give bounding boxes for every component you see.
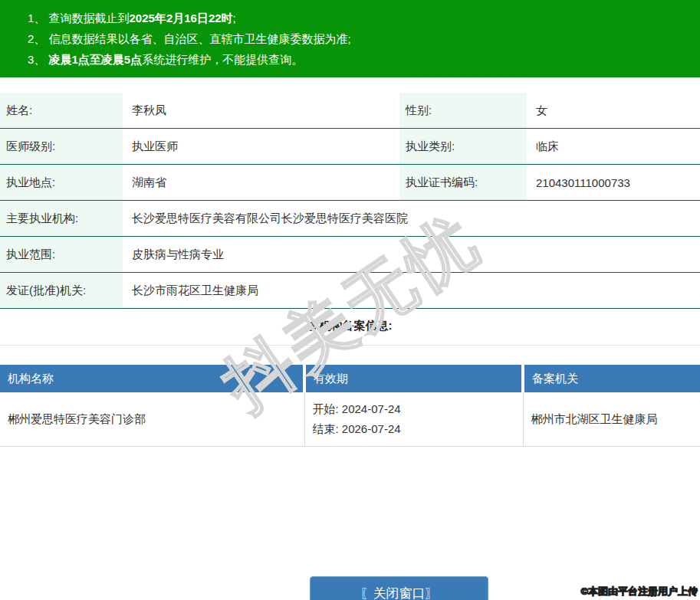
table-row: 发证(批准)机关: 长沙市雨花区卫生健康局 — [0, 273, 700, 309]
query-result-page: 1、 查询数据截止到2025年2月16日22时; 2、 信息数据结果以各省、自治… — [0, 0, 700, 600]
certificate-number-label: 执业证书编码: — [399, 165, 527, 201]
institution-name-value: 郴州爱思特医疗美容门诊部 — [0, 392, 304, 447]
physician-level-label: 医师级别: — [0, 129, 123, 165]
notice-line-3-bold: 凌晨1点至凌晨5点 — [49, 53, 143, 66]
validity-start-line: 开始: 2024-07-24 — [313, 399, 523, 419]
practice-scope-label: 执业范围: — [0, 237, 123, 273]
practitioner-info-table: 姓名: 李秋凤 性别: 女 医师级别: 执业医师 执业类别: 临床 执业地点: … — [0, 93, 700, 309]
physician-level-value: 执业医师 — [123, 129, 399, 165]
practice-scope-value: 皮肤病与性病专业 — [123, 237, 700, 273]
notice-line-1: 1、 查询数据截止到2025年2月16日22时; — [28, 8, 692, 28]
notice-line-1-suffix: ; — [233, 11, 236, 25]
multi-institution-record-table: 机构名称 有效期 备案机关 郴州爱思特医疗美容门诊部 开始: 2024-07-2… — [0, 365, 700, 447]
section-divider — [0, 345, 700, 346]
multi-institution-section-title: 多机构备案信息: — [0, 319, 700, 333]
upload-stamp: ©本图由平台注册用户上传 — [580, 585, 698, 598]
record-data-row: 郴州爱思特医疗美容门诊部 开始: 2024-07-24 结束: 2026-07-… — [0, 392, 700, 447]
practice-location-label: 执业地点: — [0, 165, 123, 201]
validity-period-header: 有效期 — [304, 365, 523, 392]
notice-line-1-text: 查询数据截止到 — [49, 11, 130, 25]
institution-name-header: 机构名称 — [0, 365, 304, 392]
notice-line-3-number: 3、 — [28, 53, 49, 66]
validity-period-value: 开始: 2024-07-24 结束: 2026-07-24 — [304, 392, 523, 447]
gender-value: 女 — [527, 93, 700, 129]
name-label: 姓名: — [0, 93, 123, 129]
close-window-button[interactable]: 〖关闭窗口〗 — [310, 576, 488, 600]
validity-start-date: 2024-07-24 — [342, 402, 401, 415]
practice-category-label: 执业类别: — [399, 129, 527, 165]
notice-line-2-number: 2、 — [28, 32, 49, 45]
table-row: 姓名: 李秋凤 性别: 女 — [0, 93, 700, 129]
validity-end-date: 2026-07-24 — [342, 422, 401, 435]
gender-label: 性别: — [399, 93, 527, 129]
main-institution-label: 主要执业机构: — [0, 201, 123, 237]
main-institution-value: 长沙爱思特医疗美容有限公司长沙爱思特医疗美容医院 — [123, 201, 700, 237]
issuing-authority-label: 发证(批准)机关: — [0, 273, 123, 309]
notice-line-1-number: 1、 — [28, 11, 49, 25]
notice-line-2: 2、 信息数据结果以各省、自治区、直辖市卫生健康委数据为准; — [28, 28, 692, 49]
table-row: 执业范围: 皮肤病与性病专业 — [0, 237, 700, 273]
record-authority-header: 备案机关 — [523, 365, 700, 392]
issuing-authority-value: 长沙市雨花区卫生健康局 — [123, 273, 700, 309]
practice-location-value: 湖南省 — [123, 165, 399, 201]
table-row: 医师级别: 执业医师 执业类别: 临床 — [0, 129, 700, 165]
table-row: 执业地点: 湖南省 执业证书编码: 210430111000733 — [0, 165, 700, 201]
practice-category-value: 临床 — [527, 129, 700, 165]
validity-end-line: 结束: 2026-07-24 — [313, 419, 523, 439]
certificate-number-value: 210430111000733 — [527, 165, 700, 201]
notice-banner: 1、 查询数据截止到2025年2月16日22时; 2、 信息数据结果以各省、自治… — [0, 0, 700, 77]
name-value: 李秋凤 — [123, 93, 399, 129]
notice-line-3-suffix: 系统进行维护，不能提供查询。 — [142, 53, 303, 66]
notice-line-1-bold: 2025年2月16日22时 — [130, 11, 233, 25]
validity-start-label: 开始: — [313, 402, 339, 415]
record-authority-value: 郴州市北湖区卫生健康局 — [523, 392, 700, 447]
validity-end-label: 结束: — [313, 422, 339, 435]
record-header-row: 机构名称 有效期 备案机关 — [0, 365, 700, 392]
notice-line-2-text: 信息数据结果以各省、自治区、直辖市卫生健康委数据为准; — [49, 32, 351, 45]
notice-line-3: 3、 凌晨1点至凌晨5点系统进行维护，不能提供查询。 — [28, 49, 692, 70]
table-row: 主要执业机构: 长沙爱思特医疗美容有限公司长沙爱思特医疗美容医院 — [0, 201, 700, 237]
